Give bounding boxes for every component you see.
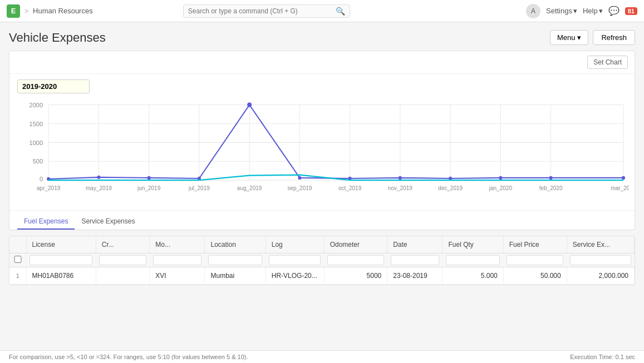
cell-date: 23-08-2019: [387, 267, 443, 285]
filter-license[interactable]: [30, 255, 92, 265]
svg-point-41: [399, 176, 402, 180]
svg-text:nov_2019: nov_2019: [388, 185, 412, 191]
nav-right: A Settings ▾ Help ▾ 💬 81: [526, 4, 637, 18]
menu-chevron-icon: ▾: [577, 33, 581, 42]
breadcrumb-separator: >: [24, 7, 28, 15]
col-mo[interactable]: Mo...: [150, 236, 205, 253]
refresh-button[interactable]: Refresh: [593, 30, 635, 45]
svg-text:aug_2019: aug_2019: [237, 185, 262, 191]
col-odometer[interactable]: Odometer: [324, 236, 387, 253]
chart-area: 2000 1500 1000 500 0 apr_2019 may_2019 j…: [9, 99, 635, 210]
page-title: Vehicle Expenses: [9, 31, 106, 45]
svg-point-38: [247, 102, 252, 107]
chart-filter-input[interactable]: [17, 79, 90, 93]
cell-license: MH01AB0786: [26, 267, 96, 285]
filter-service-ex[interactable]: [570, 255, 631, 265]
header-actions: Menu ▾ Refresh: [550, 30, 635, 45]
notification-button[interactable]: 💬: [608, 6, 620, 16]
cell-log: HR-VLOG-20...: [266, 267, 324, 285]
filter-cr[interactable]: [99, 255, 146, 265]
col-service-ex[interactable]: Service Ex...: [567, 236, 634, 253]
help-button[interactable]: Help ▾: [583, 7, 603, 15]
help-chevron-icon: ▾: [599, 7, 603, 15]
col-cr[interactable]: Cr...: [96, 236, 150, 253]
svg-text:mar_2020: mar_2020: [611, 185, 629, 191]
chart-tabs: Fuel Expenses Service Expenses: [9, 210, 635, 230]
svg-point-44: [549, 176, 553, 180]
table-header-row: License Cr... Mo... Location Log Odomete…: [9, 236, 635, 253]
col-checkbox: [9, 236, 26, 253]
search-icon: 🔍: [336, 7, 345, 16]
svg-text:2000: 2000: [30, 102, 43, 108]
col-fuel-qty[interactable]: Fuel Qty: [443, 236, 503, 253]
top-nav: E > Human Resources 🔍 A Settings ▾ Help …: [0, 0, 644, 22]
svg-text:sep_2019: sep_2019: [287, 185, 312, 191]
settings-chevron-icon: ▾: [573, 7, 577, 15]
table-row: 1 MH01AB0786 XVI Mumbai HR-VLOG-20... 50…: [9, 267, 635, 285]
chart-svg: 2000 1500 1000 500 0 apr_2019 may_2019 j…: [15, 99, 629, 199]
table-section: License Cr... Mo... Location Log Odomete…: [9, 236, 635, 285]
cell-mo: XVI: [150, 267, 205, 285]
filter-log[interactable]: [269, 255, 321, 265]
svg-text:jun_2019: jun_2019: [137, 185, 160, 191]
menu-button[interactable]: Menu ▾: [550, 30, 589, 45]
svg-point-43: [499, 176, 502, 180]
filter-date[interactable]: [391, 255, 439, 265]
svg-point-39: [298, 176, 301, 180]
chart-header: Set Chart: [9, 51, 635, 74]
filter-mo[interactable]: [153, 255, 201, 265]
svg-text:1500: 1500: [30, 120, 43, 127]
filter-location[interactable]: [208, 255, 262, 265]
filter-fuel-price[interactable]: [507, 255, 563, 265]
svg-text:feb_2020: feb_2020: [539, 185, 563, 191]
cell-location: Mumbai: [205, 267, 266, 285]
col-fuel-price[interactable]: Fuel Price: [503, 236, 567, 253]
settings-button[interactable]: Settings ▾: [546, 7, 577, 15]
tab-service-expenses[interactable]: Service Expenses: [75, 214, 141, 230]
chart-container: Set Chart 2000 1500: [9, 51, 635, 230]
filter-odometer[interactable]: [327, 255, 384, 265]
set-chart-button[interactable]: Set Chart: [587, 56, 628, 69]
cell-service-ex: 2,000.000: [567, 267, 634, 285]
svg-text:oct_2019: oct_2019: [338, 185, 361, 191]
expenses-table: License Cr... Mo... Location Log Odomete…: [9, 236, 635, 285]
svg-text:apr_2019: apr_2019: [37, 185, 61, 191]
filter-fuel-qty[interactable]: [446, 255, 500, 265]
col-location[interactable]: Location: [205, 236, 266, 253]
cell-fuel-qty: 5.000: [443, 267, 503, 285]
row-num: 1: [9, 267, 26, 285]
svg-text:jul_2019: jul_2019: [188, 185, 210, 191]
search-bar[interactable]: 🔍: [183, 4, 350, 18]
search-input[interactable]: [188, 7, 332, 15]
notification-badge: 81: [625, 7, 637, 15]
help-label: Help: [583, 7, 598, 15]
tab-fuel-expenses[interactable]: Fuel Expenses: [17, 214, 75, 230]
cell-odometer: 5000: [324, 267, 387, 285]
svg-text:dec_2019: dec_2019: [438, 185, 463, 191]
col-license[interactable]: License: [26, 236, 96, 253]
svg-text:jan_2020: jan_2020: [489, 185, 512, 191]
cell-cr: [96, 267, 150, 285]
svg-text:1000: 1000: [30, 139, 43, 146]
svg-point-45: [622, 176, 625, 180]
settings-label: Settings: [546, 7, 572, 15]
col-date[interactable]: Date: [387, 236, 443, 253]
table-filter-row: [9, 253, 635, 267]
svg-text:may_2019: may_2019: [86, 185, 112, 191]
filter-checkbox[interactable]: [13, 256, 23, 263]
menu-label: Menu: [557, 33, 576, 42]
svg-text:0: 0: [40, 176, 43, 182]
svg-text:500: 500: [33, 158, 43, 165]
svg-point-36: [148, 176, 151, 180]
app-icon: E: [7, 4, 20, 18]
col-log[interactable]: Log: [266, 236, 324, 253]
cell-fuel-price: 50.000: [503, 267, 567, 285]
chart-filter: [9, 74, 635, 99]
breadcrumb-label: Human Resources: [33, 7, 93, 15]
avatar: A: [526, 4, 540, 18]
svg-point-35: [97, 176, 100, 179]
page-header: Vehicle Expenses Menu ▾ Refresh: [0, 22, 644, 51]
